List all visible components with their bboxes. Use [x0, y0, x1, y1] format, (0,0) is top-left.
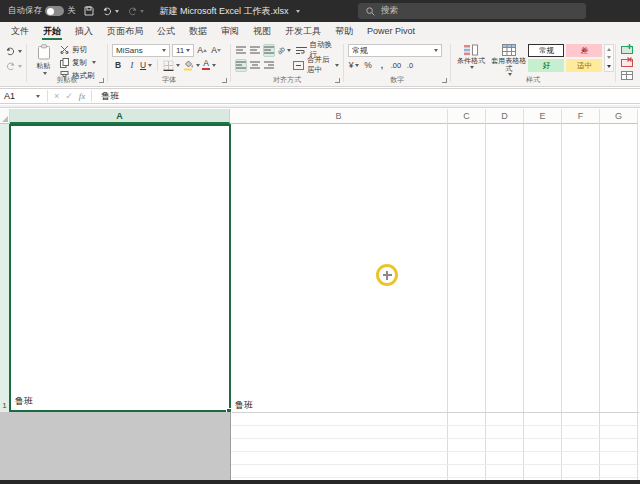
- font-color-button[interactable]: A: [202, 59, 216, 72]
- col-header-d[interactable]: D: [486, 109, 524, 124]
- copy-button[interactable]: 复制: [60, 57, 96, 68]
- search-input[interactable]: 搜索: [358, 3, 586, 19]
- font-dialog-launcher-icon[interactable]: [222, 78, 227, 83]
- underline-chevron-icon: [148, 64, 152, 67]
- underline-button[interactable]: U: [140, 59, 152, 72]
- doc-title[interactable]: 新建 Microsoft Excel 工作表.xlsx: [160, 5, 300, 18]
- accounting-format-button[interactable]: ¥: [348, 59, 360, 72]
- cut-button[interactable]: 剪切: [60, 44, 96, 55]
- comma-style-button[interactable]: ,: [376, 59, 388, 72]
- number-format-select[interactable]: 常规: [348, 44, 442, 57]
- tab-view[interactable]: 视图: [246, 22, 278, 40]
- bold-button[interactable]: B: [112, 59, 124, 72]
- undo-button[interactable]: [5, 45, 22, 58]
- tab-help[interactable]: 帮助: [328, 22, 360, 40]
- tab-review[interactable]: 审阅: [214, 22, 246, 40]
- tab-home[interactable]: 开始: [36, 22, 68, 40]
- tab-insert[interactable]: 插入: [68, 22, 100, 40]
- undo-button-titlebar[interactable]: [102, 7, 119, 16]
- select-all-corner[interactable]: [0, 109, 10, 124]
- gallery-scroll-down-icon[interactable]: [607, 56, 611, 59]
- gridline: [231, 438, 639, 439]
- merge-center-button[interactable]: 合并后居中: [293, 60, 339, 71]
- increase-decimal-button[interactable]: .00: [390, 59, 402, 72]
- italic-button[interactable]: I: [126, 59, 138, 72]
- conditional-formatting-chevron-icon: [470, 66, 474, 69]
- conditional-formatting-icon: [464, 44, 478, 56]
- col-header-e[interactable]: E: [524, 109, 562, 124]
- fill-color-button[interactable]: [182, 59, 200, 72]
- ribbon-tab-bar: 文件 开始 插入 页面布局 公式 数据 审阅 视图 开发工具 帮助 Power …: [0, 22, 640, 40]
- grow-font-button[interactable]: A: [196, 44, 208, 57]
- tab-power-pivot[interactable]: Power Pivot: [360, 22, 422, 40]
- cell-a1-selected[interactable]: 鲁班: [9, 124, 231, 412]
- format-as-table-icon: [502, 44, 516, 56]
- redo-button[interactable]: [5, 60, 22, 73]
- formula-content[interactable]: 鲁班: [101, 90, 119, 103]
- paste-button[interactable]: 粘贴: [30, 44, 57, 75]
- cell-style-normal[interactable]: 常规: [528, 44, 564, 57]
- gridline: [447, 124, 448, 480]
- autosave-toggle[interactable]: 自动保存 关: [8, 5, 76, 17]
- align-top-button[interactable]: [235, 44, 247, 57]
- col-header-g[interactable]: G: [600, 109, 638, 124]
- window-bottom-edge: [0, 480, 640, 484]
- borders-chevron-icon: [176, 64, 180, 67]
- col-header-f[interactable]: F: [562, 109, 600, 124]
- format-cells-icon[interactable]: [621, 70, 640, 80]
- decrease-decimal-button[interactable]: .0: [404, 59, 416, 72]
- cell-cursor-icon: [383, 271, 392, 280]
- save-button[interactable]: [84, 6, 94, 16]
- format-as-table-chevron-icon: [508, 73, 512, 76]
- autosave-state: 关: [67, 5, 76, 17]
- clipboard-dialog-launcher-icon[interactable]: [99, 78, 104, 83]
- font-group: MiSans 11 A A B I U: [108, 40, 230, 86]
- align-right-button[interactable]: [263, 59, 275, 72]
- search-placeholder: 搜索: [381, 5, 398, 17]
- fill-color-chevron-icon: [196, 64, 200, 67]
- cell-style-good[interactable]: 好: [528, 59, 564, 72]
- tab-formulas[interactable]: 公式: [150, 22, 182, 40]
- format-painter-button[interactable]: 格式刷: [60, 70, 96, 81]
- align-middle-button[interactable]: [249, 44, 261, 57]
- gallery-scroll-up-icon[interactable]: [607, 48, 611, 51]
- gallery-more-icon[interactable]: [607, 65, 611, 68]
- col-header-a[interactable]: A: [10, 109, 230, 124]
- shrink-font-icon: [217, 49, 221, 52]
- col-header-b[interactable]: B: [230, 109, 448, 124]
- cell-b1-value[interactable]: 鲁班: [235, 399, 253, 412]
- orientation-button[interactable]: ab: [277, 44, 291, 57]
- col-header-c[interactable]: C: [448, 109, 486, 124]
- cell-style-neutral[interactable]: 适中: [566, 59, 602, 72]
- font-size-select[interactable]: 11: [172, 44, 194, 57]
- delete-cells-icon[interactable]: [621, 57, 640, 67]
- name-box[interactable]: A1: [0, 89, 44, 103]
- align-left-button[interactable]: [235, 59, 247, 72]
- number-dialog-launcher-icon[interactable]: [442, 78, 447, 83]
- cell-style-bad[interactable]: 差: [566, 44, 602, 57]
- conditional-formatting-button[interactable]: 条件格式: [453, 43, 489, 69]
- align-center-button[interactable]: [249, 59, 261, 72]
- fill-color-icon: [182, 59, 194, 71]
- insert-cells-icon[interactable]: [621, 44, 640, 54]
- align-bottom-button[interactable]: [263, 44, 275, 57]
- redo-button-titlebar[interactable]: [127, 7, 144, 16]
- tab-developer[interactable]: 开发工具: [278, 22, 328, 40]
- shrink-font-button[interactable]: A: [210, 44, 222, 57]
- font-name-chevron-icon: [162, 49, 166, 52]
- tab-page-layout[interactable]: 页面布局: [100, 22, 150, 40]
- format-as-table-button[interactable]: 套用表格格式: [489, 43, 529, 76]
- formula-enter-button[interactable]: ✓: [65, 91, 73, 101]
- tab-data[interactable]: 数据: [182, 22, 214, 40]
- percent-style-button[interactable]: %: [362, 59, 374, 72]
- sheet-grid[interactable]: 1 鲁班 鲁班: [0, 124, 640, 480]
- autosave-switch-icon[interactable]: [45, 6, 64, 16]
- row1-bottom-gridline: [231, 412, 639, 413]
- formula-cancel-button[interactable]: ×: [54, 91, 59, 101]
- wrap-text-button[interactable]: 自动换行: [296, 45, 339, 56]
- tab-file[interactable]: 文件: [4, 22, 36, 40]
- borders-button[interactable]: [163, 59, 180, 72]
- font-name-select[interactable]: MiSans: [112, 44, 170, 57]
- alignment-dialog-launcher-icon[interactable]: [335, 78, 340, 83]
- insert-function-button[interactable]: fx: [79, 91, 86, 101]
